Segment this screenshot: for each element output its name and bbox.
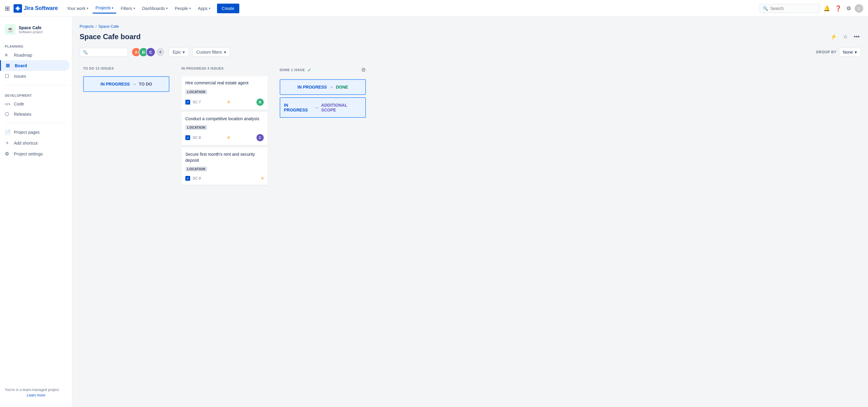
priority-medium-icon: ≡ — [227, 99, 230, 105]
nav-apps[interactable]: Apps▾ — [195, 4, 213, 13]
issue-type-icon-sc8: ✓ — [185, 135, 190, 140]
transition-from-label: IN PROGRESS — [100, 82, 130, 87]
sidebar-bottom: You're in a team-managed project Learn m… — [0, 382, 72, 402]
board-search-box[interactable]: 🔍 — [80, 48, 128, 57]
transition-card-inprogress-addl[interactable]: IN PROGRESS → ADDITIONAL SCOPE — [280, 97, 366, 118]
epic-filter-button[interactable]: Epic ▾ — [169, 48, 189, 57]
project-type: Software project — [19, 30, 42, 34]
sidebar-item-add-shortcut[interactable]: ＋ Add shortcut — [0, 137, 70, 149]
card-sc8[interactable]: Conduct a competitive location analysis … — [181, 112, 268, 146]
transition-done-to-label: DONE — [336, 85, 348, 90]
card-sc7-footer: ✓ SC-7 ≡ B — [185, 98, 264, 106]
planning-label: PLANNING — [0, 40, 72, 50]
sidebar-item-issues[interactable]: ☐ Issues — [0, 71, 70, 81]
board-columns: TO DO 12 ISSUES IN PROGRESS → TO DO IN P… — [80, 63, 861, 191]
card-sc7-title: Hire commercial real estate agent — [185, 80, 264, 86]
development-label: DEVELOPMENT — [0, 89, 72, 99]
create-button[interactable]: Create — [217, 4, 239, 13]
card-sc9-label: LOCATION — [185, 166, 207, 171]
sidebar-item-releases[interactable]: ⬡ Releases — [0, 109, 70, 119]
sidebar-divider-2 — [5, 123, 67, 123]
transition-card-inprogress-todo[interactable]: IN PROGRESS → TO DO — [83, 76, 169, 92]
card-sc9-footer: ✓ SC-9 ≡ — [185, 176, 264, 181]
custom-filters-chevron-icon: ▾ — [224, 50, 226, 55]
page-title: Space Cafe board — [80, 33, 141, 41]
learn-more-link[interactable]: Learn more — [5, 393, 67, 397]
sidebar-item-board[interactable]: ⊞ Board — [0, 60, 70, 71]
avatar-filter-more[interactable]: + — [156, 47, 165, 57]
sidebar-item-project-pages[interactable]: 📄 Project pages — [0, 127, 70, 137]
card-sc7[interactable]: Hire commercial real estate agent LOCATI… — [181, 76, 268, 109]
column-todo-header: TO DO 12 ISSUES — [83, 67, 169, 72]
sidebar-divider — [5, 85, 67, 85]
column-settings-icon[interactable]: ⚙ — [361, 67, 366, 73]
issues-icon: ☐ — [5, 73, 11, 79]
custom-filters-button[interactable]: Custom filters ▾ — [192, 48, 230, 57]
top-navigation: ⊞ Jira Software Your work▾ Projects▾ Fil… — [0, 0, 868, 17]
transition-addl-to-label: ADDITIONAL SCOPE — [321, 103, 362, 113]
breadcrumb: Projects / Space Cafe — [80, 24, 861, 29]
custom-filters-label: Custom filters — [196, 50, 222, 55]
group-by-select[interactable]: None ▾ — [839, 48, 861, 57]
card-sc8-title: Conduct a competitive location analysis — [185, 116, 264, 122]
column-inprogress-title: IN PROGRESS 4 ISSUES — [181, 67, 224, 70]
more-options-button[interactable]: ••• — [852, 33, 861, 41]
breadcrumb-projects[interactable]: Projects — [80, 24, 94, 29]
nav-dashboards[interactable]: Dashboards▾ — [139, 4, 171, 13]
card-sc9-title: Secure first month's rent and security d… — [185, 152, 264, 163]
nav-links: Your work▾ Projects▾ Filters▾ Dashboards… — [64, 3, 760, 13]
nav-your-work[interactable]: Your work▾ — [64, 4, 91, 13]
logo[interactable]: Jira Software — [13, 4, 58, 13]
epic-chevron-icon: ▾ — [183, 50, 185, 55]
topnav-right: 🔍 🔔 ❓ ⚙ U — [760, 4, 863, 13]
priority-icon-sc9: ≡ — [261, 176, 264, 181]
transition-card-inprogress-done[interactable]: IN PROGRESS → DONE — [280, 79, 366, 95]
nav-filters[interactable]: Filters▾ — [118, 4, 138, 13]
page-actions: ⚡ ☆ ••• — [829, 32, 861, 41]
notifications-icon[interactable]: 🔔 — [822, 4, 831, 13]
help-icon[interactable]: ❓ — [834, 4, 843, 13]
card-sc9[interactable]: Secure first month's rent and security d… — [181, 148, 268, 185]
star-icon-button[interactable]: ☆ — [842, 32, 849, 41]
sidebar-item-project-settings[interactable]: ⚙ Project settings — [0, 149, 70, 159]
column-inprogress: IN PROGRESS 4 ISSUES Hire commercial rea… — [178, 63, 271, 191]
project-settings-icon: ⚙ — [5, 151, 11, 157]
main-content: Projects / Space Cafe Space Cafe board ⚡… — [72, 17, 868, 407]
lightning-icon-button[interactable]: ⚡ — [829, 32, 838, 41]
transition-addl-from-label: IN PROGRESS — [284, 103, 312, 113]
releases-icon: ⬡ — [5, 111, 11, 117]
card-sc9-id: SC-9 — [193, 176, 201, 181]
page-header: Space Cafe board ⚡ ☆ ••• — [80, 32, 861, 41]
column-done: DONE 1 ISSUE ✓ ⚙ IN PROGRESS → DONE IN P… — [276, 63, 370, 124]
sidebar-item-code[interactable]: </> Code — [0, 99, 70, 109]
card-sc8-footer: ✓ SC-8 ≡ C — [185, 134, 264, 141]
priority-medium-icon-2: ≡ — [227, 135, 230, 140]
transition-to-label: TO DO — [139, 82, 152, 87]
pages-icon: 📄 — [5, 129, 11, 135]
transition-done-arrow-icon: → — [329, 85, 333, 90]
breadcrumb-project[interactable]: Space Cafe — [98, 24, 119, 29]
nav-people[interactable]: People▾ — [172, 4, 194, 13]
transition-arrow-icon: → — [132, 82, 136, 87]
board-icon: ⊞ — [6, 63, 12, 68]
search-input[interactable] — [770, 6, 816, 11]
column-todo-title: TO DO 12 ISSUES — [83, 67, 114, 70]
board-search-icon: 🔍 — [83, 50, 88, 55]
project-header: ☕ Space Cafe Software project — [0, 22, 72, 40]
avatar-filter-3[interactable]: C — [146, 47, 156, 57]
search-box[interactable]: 🔍 — [760, 4, 820, 13]
column-done-title: DONE 1 ISSUE — [280, 68, 305, 72]
card-sc7-id: SC-7 — [193, 100, 201, 104]
done-check-icon: ✓ — [307, 67, 311, 73]
group-by-label: GROUP BY — [816, 50, 837, 54]
user-avatar[interactable]: U — [855, 4, 863, 13]
epic-label: Epic — [173, 50, 181, 55]
group-by-section: GROUP BY None ▾ — [816, 48, 861, 57]
grid-icon[interactable]: ⊞ — [5, 5, 10, 12]
settings-icon[interactable]: ⚙ — [845, 4, 852, 13]
board-search-input[interactable] — [90, 50, 124, 55]
card-sc7-label: LOCATION — [185, 90, 207, 94]
column-todo: TO DO 12 ISSUES IN PROGRESS → TO DO — [80, 63, 173, 98]
nav-projects[interactable]: Projects▾ — [93, 3, 117, 13]
sidebar-item-roadmap[interactable]: ≡ Roadmap — [0, 50, 70, 60]
